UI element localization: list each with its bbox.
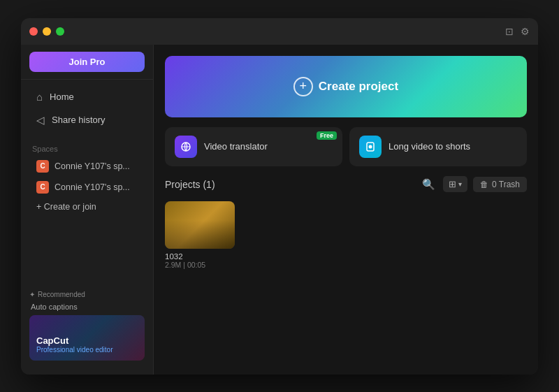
app-body: Join Pro ⌂ Home ◁ Share history Spaces C… — [21, 45, 538, 375]
grid-icon: ⊞ — [449, 179, 456, 189]
tool-long-video-to-shorts[interactable]: Long video to shorts — [349, 127, 527, 166]
project-meta: 2.9M | 00:05 — [165, 261, 235, 269]
create-or-join-button[interactable]: + Create or join — [25, 198, 149, 216]
sidebar-top: Join Pro — [21, 52, 153, 80]
svg-point-2 — [369, 145, 372, 148]
sidebar-item-share-history-label: Share history — [52, 115, 106, 125]
main-window: ⊡ ⚙ Join Pro ⌂ Home ◁ Share history Spac… — [21, 18, 538, 375]
chevron-down-icon: ▾ — [458, 180, 462, 188]
tool-video-translator[interactable]: Video translator Free — [165, 127, 342, 166]
create-project-label: Create project — [319, 80, 398, 94]
sidebar-item-space1[interactable]: C Connie Y107's sp... — [25, 156, 149, 177]
grid-view-button[interactable]: ⊞ ▾ — [443, 176, 467, 192]
screen-icon[interactable]: ⊡ — [505, 26, 514, 37]
window-controls — [29, 27, 64, 36]
trash-button[interactable]: 🗑 0 Trash — [473, 177, 527, 192]
projects-grid: 1032 2.9M | 00:05 — [165, 201, 527, 269]
auto-captions-label: Auto captions — [29, 303, 145, 311]
titlebar-right: ⊡ ⚙ — [505, 26, 530, 37]
create-join-label: + Create or join — [36, 202, 96, 212]
spaces-section-label: Spaces — [21, 138, 153, 156]
search-icon: 🔍 — [422, 178, 435, 191]
home-icon: ⌂ — [36, 91, 43, 103]
star-icon: ✦ — [29, 291, 35, 298]
shorts-icon — [359, 136, 382, 158]
project-name: 1032 — [165, 252, 235, 261]
share-icon: ◁ — [36, 114, 45, 126]
sidebar-item-home-label: Home — [50, 92, 74, 102]
sidebar-item-share-history[interactable]: ◁ Share history — [25, 108, 149, 132]
project-thumb-inner — [165, 201, 235, 249]
tools-row: Video translator Free Long video to shor… — [165, 127, 527, 166]
close-button[interactable] — [29, 27, 38, 36]
trash-icon: 🗑 — [480, 180, 488, 189]
video-translator-icon — [175, 136, 197, 158]
capcut-card[interactable]: CapCut Professional video editor — [29, 315, 145, 361]
space2-avatar: C — [36, 181, 49, 194]
space2-label: Connie Y107's sp... — [55, 182, 130, 192]
search-projects-button[interactable]: 🔍 — [420, 176, 437, 193]
table-row[interactable]: 1032 2.9M | 00:05 — [165, 201, 235, 269]
settings-icon[interactable]: ⚙ — [521, 26, 530, 37]
projects-title: Projects (1) — [165, 179, 215, 190]
sidebar-item-space2[interactable]: C Connie Y107's sp... — [25, 177, 149, 198]
trash-count: 0 Trash — [492, 180, 520, 189]
capcut-title: CapCut — [36, 335, 138, 346]
capcut-subtitle: Professional video editor — [36, 346, 138, 354]
create-project-plus-icon: + — [293, 77, 313, 96]
project-thumbnail — [165, 201, 235, 249]
sidebar: Join Pro ⌂ Home ◁ Share history Spaces C… — [21, 45, 154, 375]
minimize-button[interactable] — [43, 27, 51, 36]
maximize-button[interactable] — [56, 27, 64, 36]
video-translator-label: Video translator — [204, 141, 268, 152]
space1-label: Connie Y107's sp... — [55, 161, 130, 171]
free-badge: Free — [317, 131, 337, 140]
space1-avatar: C — [36, 160, 49, 173]
join-pro-button[interactable]: Join Pro — [29, 52, 145, 72]
projects-actions: 🔍 ⊞ ▾ 🗑 0 Trash — [420, 176, 527, 193]
long-video-to-shorts-label: Long video to shorts — [389, 141, 470, 152]
recommended-label: ✦ Recommended — [29, 291, 145, 298]
projects-header: Projects (1) 🔍 ⊞ ▾ 🗑 0 Trash — [165, 176, 527, 193]
sidebar-item-home[interactable]: ⌂ Home — [25, 85, 149, 108]
main-content: + Create project Video translator Free — [154, 45, 538, 375]
create-project-banner[interactable]: + Create project — [165, 56, 527, 117]
sidebar-nav: ⌂ Home ◁ Share history — [21, 80, 153, 138]
sidebar-bottom: ✦ Recommended Auto captions CapCut Profe… — [21, 284, 153, 368]
titlebar: ⊡ ⚙ — [21, 18, 538, 45]
